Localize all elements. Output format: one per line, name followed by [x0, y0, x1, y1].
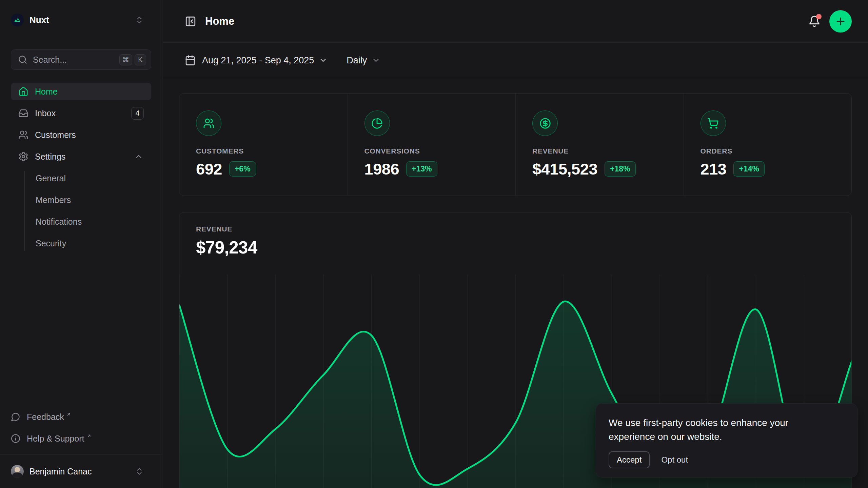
filters-toolbar: Aug 21, 2025 - Sep 4, 2025 Daily [162, 43, 868, 78]
sidebar-item-label: Inbox [35, 108, 56, 118]
opt-out-button[interactable]: Opt out [661, 455, 688, 465]
stat-card-customers[interactable]: CUSTOMERS 692 +6% [179, 94, 348, 196]
settings-submenu: General Members Notifications Security [11, 169, 151, 252]
sidebar-item-general[interactable]: General [11, 169, 151, 187]
inbox-icon [18, 108, 28, 118]
granularity-select[interactable]: Daily [347, 55, 380, 66]
accept-button[interactable]: Accept [609, 451, 650, 468]
stat-value: 692 [196, 160, 222, 178]
chevron-down-icon [319, 56, 328, 65]
page-title: Home [205, 15, 234, 27]
kbd-k: K [135, 54, 146, 65]
plus-icon [835, 16, 846, 27]
help-support-link[interactable]: Help & Support [11, 430, 151, 447]
stat-delta-badge: +14% [733, 161, 764, 177]
stat-value: $415,523 [532, 160, 597, 178]
sidebar-item-members[interactable]: Members [11, 191, 151, 209]
stat-label: REVENUE [532, 147, 684, 155]
house-icon [18, 86, 28, 97]
calendar-icon [185, 55, 196, 66]
header-actions [808, 10, 852, 33]
search-icon [18, 55, 27, 64]
sidebar-item-home[interactable]: Home [11, 83, 151, 100]
stat-label: CONVERSIONS [364, 147, 516, 155]
info-circle-icon [11, 434, 20, 443]
sidebar-item-customers[interactable]: Customers [11, 126, 151, 144]
panel-left-close-icon[interactable] [185, 16, 196, 27]
stat-delta-badge: +18% [605, 161, 635, 177]
stat-delta-badge: +13% [406, 161, 437, 177]
sidebar-footer-links: Feedback Help & Support [11, 408, 151, 447]
chevrons-up-down-icon [135, 16, 144, 24]
team-name: Nuxt [29, 15, 49, 25]
cookie-banner: We use first-party cookies to enhance yo… [596, 403, 857, 477]
users-icon [18, 130, 28, 140]
avatar [11, 465, 24, 478]
date-range-picker[interactable]: Aug 21, 2025 - Sep 4, 2025 [185, 55, 328, 66]
feedback-link[interactable]: Feedback [11, 408, 151, 425]
sidebar-spacer [11, 252, 151, 408]
search-input[interactable]: Search... ⌘ K [11, 49, 151, 70]
nuxt-logo-icon [11, 14, 24, 26]
shopping-cart-icon [701, 110, 726, 136]
stat-label: ORDERS [701, 147, 852, 155]
gear-icon [18, 151, 28, 162]
inbox-count-badge: 4 [131, 107, 144, 120]
sidebar-item-settings[interactable]: Settings [11, 148, 151, 165]
sidebar: Nuxt Search... ⌘ K Home Inbox 4 [0, 0, 162, 488]
page-header: Home [162, 0, 868, 43]
chevrons-up-down-icon [135, 467, 144, 476]
stat-card-conversions[interactable]: CONVERSIONS 1986 +13% [348, 94, 516, 196]
stats-panel: CUSTOMERS 692 +6% CONVERSIONS 1986 +13% [179, 93, 852, 196]
notifications-bell-button[interactable] [808, 15, 821, 27]
message-circle-icon [11, 412, 20, 422]
stat-value: 1986 [364, 160, 399, 178]
stat-value: 213 [701, 160, 727, 178]
search-placeholder: Search... [33, 55, 117, 65]
sidebar-item-label: Home [35, 87, 58, 97]
sidebar-item-security[interactable]: Security [11, 235, 151, 252]
granularity-value: Daily [347, 55, 367, 66]
notification-dot [816, 14, 822, 19]
revenue-label: REVENUE [196, 225, 851, 233]
user-menu[interactable]: Benjamin Canac [0, 454, 162, 488]
users-icon [196, 110, 221, 136]
sidebar-nav: Home Inbox 4 Customers Settings Ge [11, 83, 151, 252]
external-link-arrow-icon [66, 412, 71, 417]
external-link-arrow-icon [86, 433, 92, 439]
team-switcher[interactable]: Nuxt [11, 13, 151, 27]
stat-card-revenue[interactable]: REVENUE $415,523 +18% [515, 94, 684, 196]
date-range-value: Aug 21, 2025 - Sep 4, 2025 [202, 55, 314, 66]
kbd-command: ⌘ [119, 54, 132, 65]
sidebar-item-label: Settings [35, 152, 65, 162]
chevron-down-icon [372, 56, 380, 65]
chevron-up-icon [134, 151, 144, 162]
add-button[interactable] [829, 10, 852, 33]
pie-chart-icon [364, 110, 390, 136]
sidebar-item-label: Customers [35, 130, 76, 140]
sidebar-item-inbox[interactable]: Inbox 4 [11, 104, 151, 122]
revenue-value: $79,234 [196, 238, 851, 258]
user-name: Benjamin Canac [29, 467, 92, 476]
sidebar-item-notifications[interactable]: Notifications [11, 213, 151, 230]
stat-label: CUSTOMERS [196, 147, 348, 155]
dollar-circle-icon [532, 110, 558, 136]
cookie-message: We use first-party cookies to enhance yo… [609, 416, 832, 444]
stat-delta-badge: +6% [229, 161, 256, 177]
stat-card-orders[interactable]: ORDERS 213 +14% [684, 94, 852, 196]
